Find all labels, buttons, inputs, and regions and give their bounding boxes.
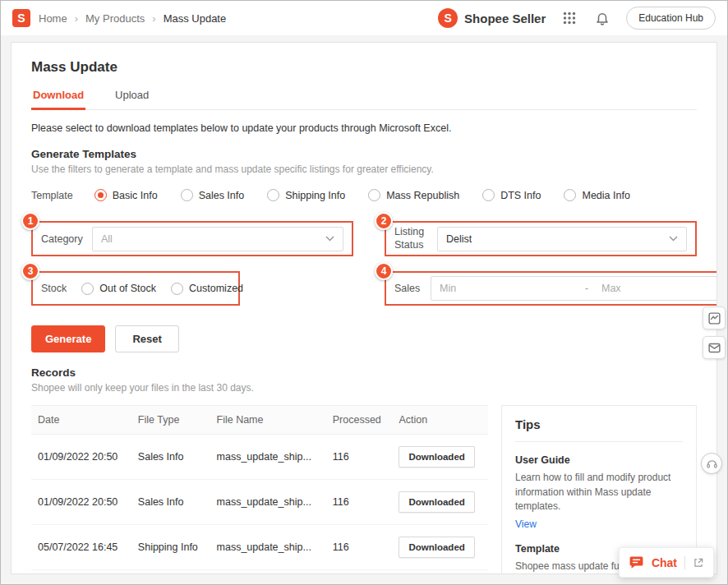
col-file-type: File Type bbox=[131, 406, 210, 435]
cell-date: 05/07/2022 16:45 bbox=[31, 525, 131, 570]
col-processed: Processed bbox=[326, 406, 393, 435]
edge-toolbar bbox=[703, 306, 726, 359]
radio-basic-info[interactable]: Basic Info bbox=[94, 189, 158, 201]
generate-button[interactable]: Generate bbox=[31, 325, 105, 352]
sales-label: Sales bbox=[394, 283, 431, 294]
radio-icon bbox=[267, 189, 279, 201]
tab-download[interactable]: Download bbox=[31, 89, 85, 109]
cell-processed: 116 bbox=[326, 435, 393, 480]
annotation-badge-2: 2 bbox=[375, 212, 393, 230]
sales-min-input[interactable] bbox=[431, 283, 580, 294]
radio-selected-icon bbox=[94, 189, 107, 201]
chevron-down-icon bbox=[669, 236, 678, 242]
col-file-name: File Name bbox=[210, 406, 326, 435]
radio-shipping-info[interactable]: Shipping Info bbox=[267, 189, 345, 201]
shopee-logo[interactable]: S bbox=[12, 9, 30, 27]
radio-media-info[interactable]: Media Info bbox=[564, 189, 629, 201]
sales-annotated-box: 4 Sales - bbox=[385, 271, 717, 306]
annotation-badge-1: 1 bbox=[21, 212, 39, 230]
table-row: 01/09/2022 20:50 Sales Info mass_update_… bbox=[31, 435, 488, 480]
radio-dts-info-label: DTS Info bbox=[500, 190, 541, 201]
performance-chart-icon[interactable] bbox=[703, 306, 726, 329]
chat-widget[interactable]: Chat bbox=[619, 547, 714, 578]
sales-max-input[interactable] bbox=[593, 283, 717, 294]
downloaded-button[interactable]: Downloaded bbox=[399, 491, 474, 513]
radio-sales-info[interactable]: Sales Info bbox=[181, 189, 245, 201]
table-row: 01/09/2022 20:50 Sales Info mass_update_… bbox=[31, 480, 488, 525]
records-table: Date File Type File Name Processed Actio… bbox=[31, 405, 488, 570]
radio-shipping-info-label: Shipping Info bbox=[285, 190, 345, 201]
listing-status-value: Delist bbox=[446, 233, 472, 245]
tab-upload[interactable]: Upload bbox=[113, 89, 150, 109]
col-action: Action bbox=[392, 406, 488, 435]
breadcrumb-mass-update: Mass Update bbox=[145, 12, 226, 25]
radio-customized[interactable]: Customized bbox=[171, 283, 243, 295]
tips-heading: Tips bbox=[515, 417, 683, 442]
radio-customized-label: Customized bbox=[189, 283, 243, 294]
records-heading: Records bbox=[31, 366, 697, 379]
generate-templates-subtitle: Use the filters to generate a template a… bbox=[31, 164, 697, 175]
shopee-seller-logo-icon: S bbox=[438, 8, 458, 28]
cell-date: 01/09/2022 20:50 bbox=[31, 480, 131, 525]
sales-range-group: - bbox=[431, 276, 717, 301]
radio-media-info-label: Media Info bbox=[582, 190, 629, 201]
breadcrumb: Home My Products Mass Update bbox=[39, 12, 226, 25]
radio-icon bbox=[564, 189, 576, 201]
generate-templates-heading: Generate Templates bbox=[31, 148, 697, 160]
chat-divider bbox=[684, 556, 685, 569]
radio-icon bbox=[368, 189, 380, 201]
radio-out-of-stock[interactable]: Out of Stock bbox=[81, 283, 156, 295]
page-title: Mass Update bbox=[31, 59, 697, 76]
chat-label: Chat bbox=[652, 556, 677, 569]
template-options: Basic Info Sales Info Shipping Info Mass… bbox=[94, 189, 630, 201]
education-hub-button[interactable]: Education Hub bbox=[626, 7, 716, 30]
apps-grid-icon[interactable] bbox=[560, 9, 578, 27]
cell-processed: 116 bbox=[326, 525, 393, 570]
app-window: S Home My Products Mass Update S Shopee … bbox=[0, 0, 728, 585]
seller-logo-letter: S bbox=[444, 12, 451, 25]
radio-icon bbox=[181, 189, 193, 201]
top-bar: S Home My Products Mass Update S Shopee … bbox=[1, 1, 727, 35]
intro-text: Please select to download templates belo… bbox=[31, 122, 697, 134]
category-value: All bbox=[101, 233, 113, 245]
cell-file-type: Sales Info bbox=[131, 435, 210, 480]
inbox-mail-icon[interactable] bbox=[703, 336, 726, 359]
breadcrumb-home[interactable]: Home bbox=[39, 12, 67, 25]
reset-button[interactable]: Reset bbox=[115, 325, 178, 352]
col-date: Date bbox=[31, 406, 131, 435]
category-label: Category bbox=[41, 233, 92, 245]
listing-status-select[interactable]: Delist bbox=[437, 227, 687, 251]
view-link[interactable]: View bbox=[515, 518, 537, 530]
radio-out-of-stock-label: Out of Stock bbox=[99, 283, 156, 294]
radio-mass-republish[interactable]: Mass Republish bbox=[368, 189, 459, 201]
stock-annotated-box: 3 Stock Out of Stock Customized bbox=[31, 271, 240, 306]
chevron-down-icon bbox=[325, 236, 334, 242]
page-background: Mass Update Download Upload Please selec… bbox=[1, 35, 727, 584]
cell-date: 01/09/2022 20:50 bbox=[31, 435, 131, 480]
downloaded-button[interactable]: Downloaded bbox=[399, 537, 474, 558]
annotation-badge-4: 4 bbox=[375, 262, 393, 280]
downloaded-button[interactable]: Downloaded bbox=[399, 446, 474, 468]
records-header-row: Date File Type File Name Processed Actio… bbox=[31, 406, 488, 435]
radio-icon bbox=[482, 189, 495, 201]
radio-basic-info-label: Basic Info bbox=[113, 190, 158, 201]
bell-icon[interactable] bbox=[593, 9, 611, 27]
radio-dts-info[interactable]: DTS Info bbox=[482, 189, 541, 201]
records-subtitle: Shopee will only keep your files in the … bbox=[31, 382, 697, 394]
tab-bar: Download Upload bbox=[31, 89, 697, 110]
radio-mass-republish-label: Mass Republish bbox=[386, 190, 459, 201]
popout-icon[interactable] bbox=[693, 557, 704, 569]
support-headset-icon[interactable] bbox=[701, 453, 722, 474]
radio-icon bbox=[81, 283, 94, 295]
radio-sales-info-label: Sales Info bbox=[199, 190, 245, 201]
breadcrumb-my-products[interactable]: My Products bbox=[67, 12, 145, 25]
chat-bubble-icon bbox=[629, 555, 644, 570]
user-guide-body: Learn how to fill and modify product inf… bbox=[515, 471, 683, 514]
cell-processed: 116 bbox=[326, 480, 393, 525]
mass-update-card: Mass Update Download Upload Please selec… bbox=[11, 42, 717, 574]
cell-file-name: mass_update_ship... bbox=[210, 435, 326, 480]
category-select[interactable]: All bbox=[92, 227, 343, 251]
shopee-logo-letter: S bbox=[17, 12, 25, 25]
filters-section: 1 Category All 2 Listing Status bbox=[31, 221, 697, 306]
shopee-seller-brand[interactable]: S Shopee Seller bbox=[438, 8, 546, 28]
